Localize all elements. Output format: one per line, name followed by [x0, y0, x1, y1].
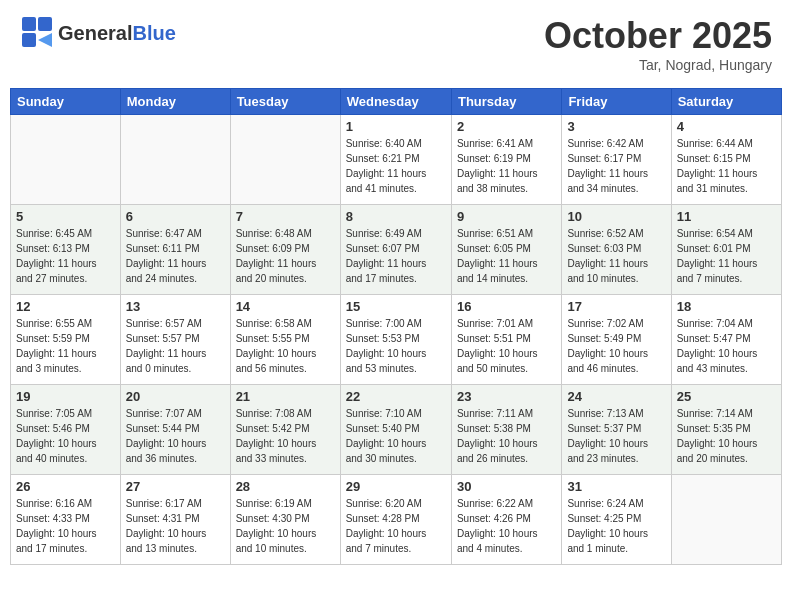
calendar-cell: 6Sunrise: 6:47 AM Sunset: 6:11 PM Daylig… — [120, 205, 230, 295]
day-number: 1 — [346, 119, 446, 134]
calendar-cell: 7Sunrise: 6:48 AM Sunset: 6:09 PM Daylig… — [230, 205, 340, 295]
day-info: Sunrise: 6:49 AM Sunset: 6:07 PM Dayligh… — [346, 226, 446, 286]
day-info: Sunrise: 7:01 AM Sunset: 5:51 PM Dayligh… — [457, 316, 556, 376]
day-number: 8 — [346, 209, 446, 224]
day-number: 30 — [457, 479, 556, 494]
calendar-cell — [671, 475, 781, 565]
day-number: 15 — [346, 299, 446, 314]
day-info: Sunrise: 6:16 AM Sunset: 4:33 PM Dayligh… — [16, 496, 115, 556]
day-number: 26 — [16, 479, 115, 494]
day-number: 2 — [457, 119, 556, 134]
calendar-cell: 29Sunrise: 6:20 AM Sunset: 4:28 PM Dayli… — [340, 475, 451, 565]
calendar-cell: 1Sunrise: 6:40 AM Sunset: 6:21 PM Daylig… — [340, 115, 451, 205]
day-info: Sunrise: 7:13 AM Sunset: 5:37 PM Dayligh… — [567, 406, 665, 466]
day-number: 20 — [126, 389, 225, 404]
day-info: Sunrise: 7:11 AM Sunset: 5:38 PM Dayligh… — [457, 406, 556, 466]
day-number: 6 — [126, 209, 225, 224]
day-info: Sunrise: 6:17 AM Sunset: 4:31 PM Dayligh… — [126, 496, 225, 556]
calendar-week-row: 5Sunrise: 6:45 AM Sunset: 6:13 PM Daylig… — [11, 205, 782, 295]
day-number: 9 — [457, 209, 556, 224]
calendar-cell: 18Sunrise: 7:04 AM Sunset: 5:47 PM Dayli… — [671, 295, 781, 385]
calendar-cell: 17Sunrise: 7:02 AM Sunset: 5:49 PM Dayli… — [562, 295, 671, 385]
day-number: 5 — [16, 209, 115, 224]
calendar-cell: 5Sunrise: 6:45 AM Sunset: 6:13 PM Daylig… — [11, 205, 121, 295]
svg-rect-1 — [38, 17, 52, 31]
svg-rect-2 — [22, 33, 36, 47]
title-section: October 2025 Tar, Nograd, Hungary — [544, 15, 772, 73]
day-info: Sunrise: 6:58 AM Sunset: 5:55 PM Dayligh… — [236, 316, 335, 376]
day-info: Sunrise: 6:40 AM Sunset: 6:21 PM Dayligh… — [346, 136, 446, 196]
calendar-cell: 16Sunrise: 7:01 AM Sunset: 5:51 PM Dayli… — [451, 295, 561, 385]
day-info: Sunrise: 7:08 AM Sunset: 5:42 PM Dayligh… — [236, 406, 335, 466]
day-info: Sunrise: 7:04 AM Sunset: 5:47 PM Dayligh… — [677, 316, 776, 376]
day-number: 31 — [567, 479, 665, 494]
calendar-cell: 15Sunrise: 7:00 AM Sunset: 5:53 PM Dayli… — [340, 295, 451, 385]
day-number: 4 — [677, 119, 776, 134]
day-info: Sunrise: 6:57 AM Sunset: 5:57 PM Dayligh… — [126, 316, 225, 376]
calendar-table: SundayMondayTuesdayWednesdayThursdayFrid… — [10, 88, 782, 565]
calendar-cell — [120, 115, 230, 205]
day-number: 21 — [236, 389, 335, 404]
day-number: 13 — [126, 299, 225, 314]
svg-rect-0 — [22, 17, 36, 31]
location: Tar, Nograd, Hungary — [544, 57, 772, 73]
logo: GeneralBlue — [20, 15, 176, 51]
day-info: Sunrise: 6:19 AM Sunset: 4:30 PM Dayligh… — [236, 496, 335, 556]
day-info: Sunrise: 6:54 AM Sunset: 6:01 PM Dayligh… — [677, 226, 776, 286]
calendar-cell — [11, 115, 121, 205]
weekday-header-row: SundayMondayTuesdayWednesdayThursdayFrid… — [11, 89, 782, 115]
day-info: Sunrise: 7:00 AM Sunset: 5:53 PM Dayligh… — [346, 316, 446, 376]
logo-icon — [20, 15, 56, 51]
calendar-week-row: 26Sunrise: 6:16 AM Sunset: 4:33 PM Dayli… — [11, 475, 782, 565]
day-info: Sunrise: 7:02 AM Sunset: 5:49 PM Dayligh… — [567, 316, 665, 376]
calendar-cell: 25Sunrise: 7:14 AM Sunset: 5:35 PM Dayli… — [671, 385, 781, 475]
calendar-cell: 13Sunrise: 6:57 AM Sunset: 5:57 PM Dayli… — [120, 295, 230, 385]
day-info: Sunrise: 7:05 AM Sunset: 5:46 PM Dayligh… — [16, 406, 115, 466]
logo-blue: Blue — [132, 22, 175, 44]
day-info: Sunrise: 7:10 AM Sunset: 5:40 PM Dayligh… — [346, 406, 446, 466]
day-info: Sunrise: 6:20 AM Sunset: 4:28 PM Dayligh… — [346, 496, 446, 556]
day-number: 24 — [567, 389, 665, 404]
day-info: Sunrise: 6:44 AM Sunset: 6:15 PM Dayligh… — [677, 136, 776, 196]
day-number: 23 — [457, 389, 556, 404]
logo-general: General — [58, 22, 132, 44]
page-header: GeneralBlue October 2025 Tar, Nograd, Hu… — [10, 10, 782, 78]
day-number: 7 — [236, 209, 335, 224]
day-number: 27 — [126, 479, 225, 494]
day-number: 16 — [457, 299, 556, 314]
day-info: Sunrise: 6:22 AM Sunset: 4:26 PM Dayligh… — [457, 496, 556, 556]
calendar-cell: 21Sunrise: 7:08 AM Sunset: 5:42 PM Dayli… — [230, 385, 340, 475]
calendar-cell: 28Sunrise: 6:19 AM Sunset: 4:30 PM Dayli… — [230, 475, 340, 565]
calendar-cell: 14Sunrise: 6:58 AM Sunset: 5:55 PM Dayli… — [230, 295, 340, 385]
day-number: 14 — [236, 299, 335, 314]
calendar-week-row: 19Sunrise: 7:05 AM Sunset: 5:46 PM Dayli… — [11, 385, 782, 475]
weekday-header-wednesday: Wednesday — [340, 89, 451, 115]
calendar-cell — [230, 115, 340, 205]
weekday-header-saturday: Saturday — [671, 89, 781, 115]
weekday-header-friday: Friday — [562, 89, 671, 115]
day-info: Sunrise: 6:24 AM Sunset: 4:25 PM Dayligh… — [567, 496, 665, 556]
day-number: 25 — [677, 389, 776, 404]
day-number: 29 — [346, 479, 446, 494]
day-number: 10 — [567, 209, 665, 224]
calendar-cell: 2Sunrise: 6:41 AM Sunset: 6:19 PM Daylig… — [451, 115, 561, 205]
calendar-cell: 30Sunrise: 6:22 AM Sunset: 4:26 PM Dayli… — [451, 475, 561, 565]
month-title: October 2025 — [544, 15, 772, 57]
day-info: Sunrise: 6:55 AM Sunset: 5:59 PM Dayligh… — [16, 316, 115, 376]
calendar-cell: 23Sunrise: 7:11 AM Sunset: 5:38 PM Dayli… — [451, 385, 561, 475]
calendar-cell: 10Sunrise: 6:52 AM Sunset: 6:03 PM Dayli… — [562, 205, 671, 295]
day-number: 17 — [567, 299, 665, 314]
svg-marker-3 — [38, 33, 52, 47]
weekday-header-sunday: Sunday — [11, 89, 121, 115]
weekday-header-thursday: Thursday — [451, 89, 561, 115]
calendar-cell: 4Sunrise: 6:44 AM Sunset: 6:15 PM Daylig… — [671, 115, 781, 205]
calendar-cell: 22Sunrise: 7:10 AM Sunset: 5:40 PM Dayli… — [340, 385, 451, 475]
calendar-cell: 27Sunrise: 6:17 AM Sunset: 4:31 PM Dayli… — [120, 475, 230, 565]
calendar-cell: 12Sunrise: 6:55 AM Sunset: 5:59 PM Dayli… — [11, 295, 121, 385]
weekday-header-monday: Monday — [120, 89, 230, 115]
day-info: Sunrise: 6:45 AM Sunset: 6:13 PM Dayligh… — [16, 226, 115, 286]
calendar-cell: 20Sunrise: 7:07 AM Sunset: 5:44 PM Dayli… — [120, 385, 230, 475]
day-number: 22 — [346, 389, 446, 404]
day-number: 19 — [16, 389, 115, 404]
weekday-header-tuesday: Tuesday — [230, 89, 340, 115]
